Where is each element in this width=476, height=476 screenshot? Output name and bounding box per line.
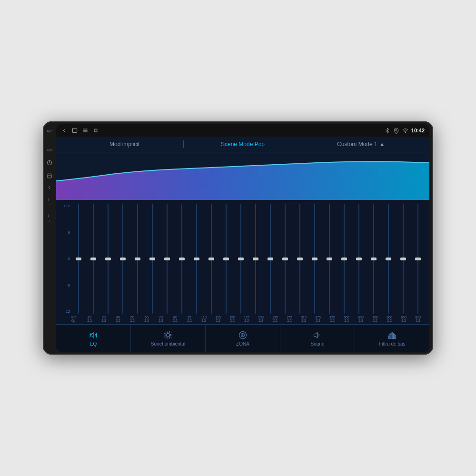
nav-item-filtru[interactable]: Filtru de bas: [355, 325, 429, 352]
slider-col-375[interactable]: [307, 204, 321, 314]
nav-item-sound[interactable]: Sound: [280, 325, 355, 352]
slider-col-315[interactable]: [293, 204, 307, 314]
slider-col-275[interactable]: [278, 204, 292, 314]
nav-item-zona[interactable]: ZONA: [206, 325, 280, 352]
volume-up-button[interactable]: ↑ ↑: [46, 197, 53, 207]
slider-track-200[interactable]: [255, 204, 256, 314]
nav-item-sunet[interactable]: Sunet ambiental: [131, 325, 206, 352]
recent-icon[interactable]: [92, 127, 99, 134]
mode-scene[interactable]: Scene Mode:Pop: [184, 141, 301, 148]
slider-col-200[interactable]: [248, 204, 262, 314]
slider-handle-125[interactable]: [208, 258, 214, 260]
slider-track-40[interactable]: [108, 204, 109, 314]
slider-col-800[interactable]: [381, 204, 395, 314]
slider-track-30[interactable]: [93, 204, 94, 314]
slider-track-435[interactable]: [329, 204, 330, 314]
side-buttons: MIC RST ↑ ↑ ↓ ↓: [43, 121, 56, 355]
freq-col-125: 1252.2: [211, 316, 225, 322]
slider-handle-860[interactable]: [400, 258, 406, 260]
slider-handle-20[interactable]: [76, 258, 81, 260]
slider-handle-175[interactable]: [238, 258, 244, 260]
slider-handle-275[interactable]: [282, 258, 288, 260]
freq-col-110: 1102.2: [197, 316, 210, 322]
bottom-nav[interactable]: EQ Sunet ambiental: [56, 324, 429, 352]
slider-track-60[interactable]: [137, 204, 138, 314]
slider-track-860[interactable]: [403, 204, 404, 314]
slider-col-95[interactable]: [175, 204, 188, 314]
slider-track-600[interactable]: [358, 204, 359, 314]
slider-track-375[interactable]: [314, 204, 315, 314]
slider-track-80[interactable]: [167, 204, 168, 314]
q-value-175: 2.2: [244, 319, 249, 322]
slider-col-860[interactable]: [396, 204, 410, 314]
sliders-grid[interactable]: [71, 202, 425, 316]
slider-handle-110[interactable]: [194, 258, 199, 260]
slider-track-95[interactable]: [181, 204, 182, 314]
mode-default[interactable]: Mod implicit: [66, 141, 183, 148]
slider-handle-80[interactable]: [164, 258, 170, 260]
slider-handle-500[interactable]: [341, 258, 347, 260]
slider-track-315[interactable]: [299, 204, 300, 314]
fc-value-60: 60: [145, 316, 149, 319]
nav-item-eq[interactable]: EQ: [56, 325, 131, 352]
slider-handle-95[interactable]: [179, 258, 185, 260]
slider-col-30[interactable]: [86, 204, 100, 314]
home-button[interactable]: [46, 172, 53, 178]
slider-track-150[interactable]: [226, 204, 227, 314]
back-icon[interactable]: [61, 127, 68, 134]
slider-track-50[interactable]: [122, 204, 123, 314]
slider-handle-60[interactable]: [135, 258, 140, 260]
slider-col-150[interactable]: [219, 204, 233, 314]
slider-col-20[interactable]: [71, 204, 85, 314]
slider-col-110[interactable]: [189, 204, 203, 314]
square-icon[interactable]: [71, 127, 78, 134]
slider-track-125[interactable]: [211, 204, 212, 314]
slider-col-50[interactable]: [116, 204, 129, 314]
slider-col-175[interactable]: [234, 204, 248, 314]
slider-handle-435[interactable]: [327, 258, 332, 260]
slider-col-600[interactable]: [352, 204, 366, 314]
slider-track-175[interactable]: [240, 204, 241, 314]
slider-col-125[interactable]: [204, 204, 218, 314]
slider-col-235[interactable]: [263, 204, 277, 314]
slider-col-60[interactable]: [130, 204, 144, 314]
slider-handle-150[interactable]: [223, 258, 229, 260]
power-button[interactable]: [46, 159, 53, 166]
slider-track-920[interactable]: [417, 204, 418, 314]
slider-track-70[interactable]: [152, 204, 153, 314]
mode-bar[interactable]: Mod implicit Scene Mode:Pop Custom Mode …: [56, 137, 429, 152]
slider-col-700[interactable]: [367, 204, 380, 314]
slider-track-20[interactable]: [78, 204, 79, 314]
slider-col-70[interactable]: [145, 204, 159, 314]
slider-track-110[interactable]: [196, 204, 197, 314]
slider-handle-235[interactable]: [268, 258, 273, 260]
slider-handle-50[interactable]: [120, 258, 126, 260]
back-button[interactable]: [46, 184, 53, 191]
slider-handle-700[interactable]: [371, 258, 377, 260]
mode-custom[interactable]: Custom Mode 1 ▲: [302, 141, 420, 148]
slider-handle-375[interactable]: [312, 258, 317, 260]
slider-col-500[interactable]: [337, 204, 351, 314]
slider-handle-200[interactable]: [253, 258, 258, 260]
slider-handle-70[interactable]: [149, 258, 155, 260]
menu-icon[interactable]: [82, 127, 89, 134]
slider-handle-315[interactable]: [297, 258, 303, 260]
volume-down-button[interactable]: ↓ ↓: [46, 212, 53, 222]
slider-col-435[interactable]: [322, 204, 336, 314]
slider-handle-920[interactable]: [415, 258, 421, 260]
slider-handle-40[interactable]: [105, 258, 111, 260]
slider-col-80[interactable]: [160, 204, 174, 314]
slider-track-500[interactable]: [344, 204, 345, 314]
slider-track-235[interactable]: [270, 204, 271, 314]
slider-track-275[interactable]: [285, 204, 286, 314]
nav-controls[interactable]: [61, 127, 99, 134]
q-value-30: 2.2: [101, 319, 106, 322]
freq-col-95: 952.2: [183, 316, 196, 322]
slider-track-700[interactable]: [373, 204, 374, 314]
slider-col-40[interactable]: [101, 204, 115, 314]
slider-track-800[interactable]: [388, 204, 389, 314]
slider-handle-800[interactable]: [386, 258, 391, 260]
slider-handle-30[interactable]: [90, 258, 96, 260]
slider-handle-600[interactable]: [356, 258, 362, 260]
slider-col-920[interactable]: [411, 204, 425, 314]
